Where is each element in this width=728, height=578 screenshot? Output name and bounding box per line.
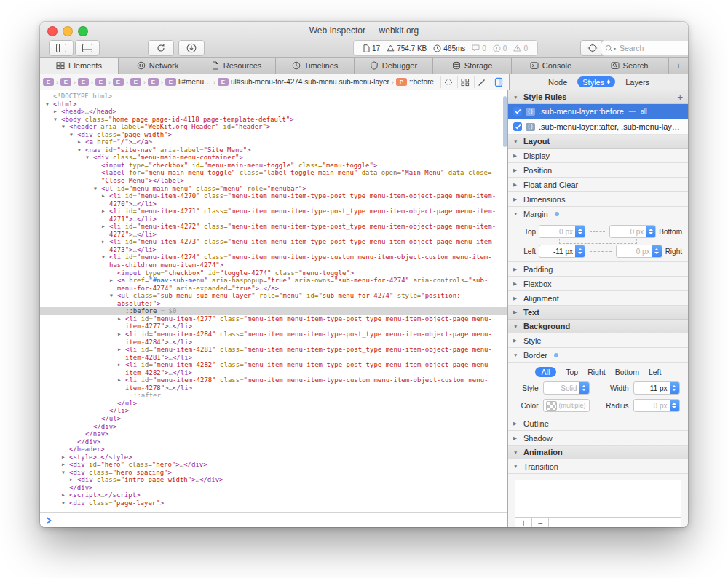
disclosure-triangle[interactable]: ▶ (513, 281, 521, 287)
sidebar-tab-node[interactable]: Node (548, 78, 567, 87)
sidebar-row-display[interactable]: ▶Display (508, 149, 688, 163)
dom-tree-row[interactable]: </header> (40, 446, 507, 454)
section-header-animation[interactable]: ▼Animation (508, 446, 688, 459)
disclosure-triangle[interactable]: ▼ (513, 95, 521, 100)
dom-tree-row[interactable]: ▶<a href="#nav-sub-menu" aria-haspopup="… (40, 277, 507, 285)
disclosure-triangle[interactable]: ▶ (110, 277, 117, 285)
inspect-frame-button[interactable] (491, 76, 506, 88)
dom-tree-row[interactable]: <input type="checkbox" id="menu-main-men… (40, 162, 507, 170)
border-style-select[interactable]: Solid (543, 381, 590, 395)
add-rule-button[interactable]: + (677, 92, 683, 103)
dom-tree-row[interactable]: <input type="checkbox" id="toggle-4274" … (40, 269, 507, 277)
dom-tree-row[interactable]: "Close Menu"></label> (40, 177, 507, 185)
tab-search[interactable]: Search (590, 58, 669, 74)
disclosure-triangle[interactable]: ▶ (513, 266, 521, 272)
margin-left-field[interactable]: -11 px (539, 245, 585, 258)
breadcrumb-item[interactable]: E (130, 78, 141, 86)
dom-tree-row[interactable]: item-4282">…</li> (40, 369, 507, 377)
margin-top-field[interactable]: 0 px (539, 225, 585, 238)
dom-tree-row[interactable]: item-4281">…</li> (40, 354, 507, 362)
dom-tree-row[interactable]: ▼<ul id="menu-main-menu" class="menu" ro… (40, 185, 507, 193)
dom-tree-row[interactable]: has-children menu-item-4274"> (40, 261, 507, 269)
border-segment-left[interactable]: Left (649, 368, 662, 376)
disclosure-triangle[interactable]: ▼ (513, 464, 521, 469)
minimize-window-button[interactable] (63, 26, 73, 36)
sidebar-row-outline[interactable]: ▶Outline (508, 416, 688, 431)
dom-tree-row[interactable]: ▼<ul class="sub-menu sub-menu-layer" rol… (40, 292, 507, 300)
sidebar-row-padding[interactable]: ▶Padding (508, 262, 688, 277)
disclosure-triangle[interactable]: ▼ (62, 469, 69, 477)
dom-tree-row[interactable]: </nav> (40, 430, 507, 438)
disclosure-triangle[interactable]: ▶ (102, 192, 109, 200)
sidebar-row-shadow[interactable]: ▶Shadow (508, 431, 688, 446)
disclosure-triangle[interactable]: ▶ (62, 491, 69, 499)
style-rule-row[interactable]: {}.sub-menu-layer::before—all (508, 104, 688, 119)
stepper-control[interactable] (575, 226, 585, 237)
pseudo-class-pencil-button[interactable] (474, 76, 489, 88)
tab-network[interactable]: Network (119, 58, 197, 74)
stepper-control[interactable] (646, 226, 655, 237)
close-window-button[interactable] (47, 26, 58, 36)
disclosure-triangle[interactable]: ▶ (513, 435, 521, 441)
dom-tree-row[interactable]: item-4278">…</li> (40, 384, 507, 392)
breadcrumb-item[interactable]: E (148, 78, 159, 86)
console-log-count[interactable]: 0 (472, 44, 486, 52)
disclosure-triangle[interactable]: ▼ (46, 100, 53, 108)
warning-count[interactable]: 0 (513, 44, 528, 52)
toolbar-search-field[interactable]: ▾ (601, 41, 688, 55)
border-color-field[interactable]: (multiple) (543, 399, 590, 412)
dom-tree-row[interactable]: ▶<li id="menu-item-4277" class="menu-ite… (40, 315, 507, 323)
breadcrumb-item[interactable]: E (43, 78, 54, 86)
tab-resources[interactable]: Resources (197, 58, 276, 74)
disclosure-triangle[interactable]: ▼ (102, 253, 109, 261)
dom-tree-row[interactable]: 4271">…</li> (40, 215, 507, 223)
stepper-control[interactable] (579, 382, 589, 394)
section-header-style-rules[interactable]: ▼Style Rules+ (508, 90, 688, 104)
disclosure-triangle[interactable]: ▶ (102, 238, 109, 246)
sidebar-tab-layers[interactable]: Layers (625, 78, 649, 87)
dom-tree-row[interactable]: ▶<script>…</script> (40, 491, 507, 499)
transfer-size[interactable]: 754.7 KB (387, 44, 427, 52)
disclosure-triangle[interactable]: ▶ (118, 346, 125, 354)
disclosure-triangle[interactable]: ▶ (513, 167, 521, 173)
disclosure-triangle[interactable]: ▶ (118, 330, 125, 339)
dom-tree-row[interactable]: ▼<div class="hero spacing"> (40, 469, 507, 477)
disclosure-triangle[interactable]: ▶ (78, 138, 85, 146)
disclosure-triangle[interactable]: ▼ (62, 123, 69, 131)
breadcrumb-item[interactable]: Eli#menu… (165, 78, 211, 86)
disclosure-triangle[interactable]: ▼ (62, 499, 69, 507)
sidebar-row-dimensions[interactable]: ▶Dimensions (508, 192, 688, 207)
margin-right-field[interactable]: 0 px (616, 245, 662, 258)
tab-debugger[interactable]: Debugger (355, 58, 433, 74)
breadcrumb-item[interactable]: P::before (396, 78, 434, 86)
sidebar-row-flexbox[interactable]: ▶Flexbox (508, 277, 688, 291)
section-header-text[interactable]: ▶Text (508, 306, 688, 320)
dom-tree-row[interactable]: </ul> (40, 415, 507, 423)
dom-tree-row[interactable]: item-4277">…</li> (40, 322, 507, 330)
disclosure-triangle[interactable]: ▶ (513, 296, 521, 301)
dom-tree-row[interactable]: </div> (40, 438, 507, 446)
dom-tree-row[interactable]: ▼<html> (40, 100, 507, 108)
stepper-control[interactable] (670, 382, 679, 394)
dom-tree-row[interactable]: menu-for-4274" aria-expanded="true">…</a… (40, 285, 507, 293)
dom-tree-row[interactable]: ▼<li id="menu-item-4274" class="menu-ite… (40, 253, 507, 261)
section-header-background[interactable]: ▼Background (508, 320, 688, 333)
grid-overlay-button[interactable] (457, 76, 472, 88)
style-rule-row[interactable]: {}.sub-menu-layer::after, .sub-menu-laye… (508, 119, 688, 135)
dom-tree-row[interactable]: </li> (40, 407, 507, 415)
dom-tree-row[interactable]: ▶<div class="intro page-width">…</div> (40, 476, 507, 484)
disclosure-triangle[interactable]: ▼ (513, 450, 521, 455)
disclosure-triangle[interactable]: ▶ (70, 476, 77, 484)
dom-tree-row[interactable]: ▶<li id="menu-item-4270" class="menu-ite… (40, 192, 507, 200)
disclosure-triangle[interactable]: ▶ (62, 454, 69, 462)
dom-tree-row[interactable]: 4272">…</li> (40, 231, 507, 239)
source-code-button[interactable] (440, 76, 456, 88)
disclosure-triangle[interactable]: ▶ (118, 376, 125, 384)
section-header-layout[interactable]: ▼Layout (508, 135, 688, 149)
dom-tree-row[interactable]: ▼<div class="page-width"> (40, 131, 507, 139)
disclosure-triangle[interactable]: ▼ (513, 139, 521, 144)
download-web-archive-button[interactable] (178, 40, 205, 56)
quick-console[interactable] (40, 512, 507, 527)
disclosure-triangle[interactable]: ▼ (94, 185, 101, 193)
document-count[interactable]: 17 (363, 44, 380, 52)
